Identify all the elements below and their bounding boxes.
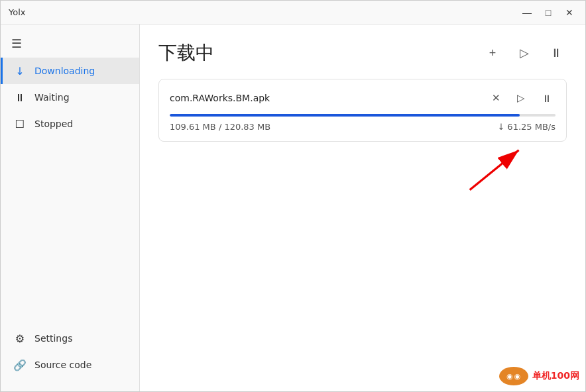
stopped-icon: ☐ <box>13 117 27 130</box>
sidebar-item-stopped[interactable]: ☐ Stopped <box>1 111 139 137</box>
waiting-icon: ⏸ <box>13 91 27 104</box>
main-content: 下载中 + ▷ ⏸ com.RAWorks.BM.apk ✕ ▷ ⏸ 109 <box>140 24 585 391</box>
watermark-site: 单机100网 <box>532 370 579 382</box>
close-button[interactable]: ✕ <box>561 5 577 21</box>
watermark-icon-left: ◉ <box>506 372 513 381</box>
sidebar: ☰ ↓ Downloading ⏸ Waiting ☐ Stopped ⚙ Se… <box>1 24 140 391</box>
download-item-actions: ✕ ▷ ⏸ <box>487 89 556 107</box>
sidebar-bottom: ⚙ Settings 🔗 Source code <box>1 325 139 386</box>
resume-download-button[interactable]: ▷ <box>512 89 530 107</box>
sidebar-item-settings[interactable]: ⚙ Settings <box>1 325 139 352</box>
source-code-icon: 🔗 <box>13 358 27 371</box>
page-title: 下载中 <box>158 40 214 66</box>
download-filename: com.RAWorks.BM.apk <box>170 93 270 103</box>
watermark-icon-right: ◉ <box>514 372 521 381</box>
sidebar-item-settings-label: Settings <box>34 333 72 344</box>
app-body: ☰ ↓ Downloading ⏸ Waiting ☐ Stopped ⚙ Se… <box>1 24 585 391</box>
sidebar-item-downloading-label: Downloading <box>34 66 95 76</box>
download-icon: ↓ <box>13 64 27 77</box>
download-item-header: com.RAWorks.BM.apk ✕ ▷ ⏸ <box>170 89 556 107</box>
watermark: ◉ ◉ 单机100网 <box>499 367 579 385</box>
progress-bar-fill <box>170 114 520 117</box>
sidebar-item-source-code[interactable]: 🔗 Source code <box>1 352 139 378</box>
speed-value: 61.25 MB/s <box>507 122 556 132</box>
minimize-button[interactable]: — <box>519 5 535 21</box>
title-bar: Yolx — □ ✕ <box>1 1 585 24</box>
progress-bar-track <box>170 114 556 117</box>
window-controls: — □ ✕ <box>519 5 577 21</box>
sidebar-item-stopped-label: Stopped <box>34 119 73 129</box>
pause-download-button[interactable]: ⏸ <box>537 89 556 107</box>
red-arrow-annotation <box>170 128 556 215</box>
sidebar-item-waiting-label: Waiting <box>34 92 70 103</box>
hamburger-icon: ☰ <box>11 36 22 51</box>
page-header: 下载中 + ▷ ⏸ <box>158 40 567 66</box>
sidebar-item-downloading[interactable]: ↓ Downloading <box>1 58 139 84</box>
sidebar-item-source-code-label: Source code <box>34 360 91 370</box>
maximize-button[interactable]: □ <box>540 5 556 21</box>
menu-toggle-button[interactable]: ☰ <box>1 30 139 58</box>
add-button[interactable]: + <box>482 42 503 64</box>
svg-line-1 <box>470 150 519 190</box>
sidebar-item-waiting[interactable]: ⏸ Waiting <box>1 84 139 111</box>
settings-icon: ⚙ <box>13 332 27 345</box>
sidebar-nav: ↓ Downloading ⏸ Waiting ☐ Stopped <box>1 58 139 325</box>
play-all-button[interactable]: ▷ <box>514 42 535 64</box>
download-item: com.RAWorks.BM.apk ✕ ▷ ⏸ 109.61 MB / 120… <box>158 79 567 142</box>
header-actions: + ▷ ⏸ <box>482 42 567 64</box>
download-speed: ↓ 61.25 MB/s <box>497 122 556 132</box>
app-title: Yolx <box>9 7 25 17</box>
pause-all-button[interactable]: ⏸ <box>546 42 567 64</box>
download-size-progress: 109.61 MB / 120.83 MB <box>170 122 270 132</box>
download-stats: 109.61 MB / 120.83 MB ↓ 61.25 MB/s <box>170 122 556 132</box>
watermark-logo: ◉ ◉ <box>499 367 528 385</box>
speed-icon: ↓ <box>497 122 504 132</box>
cancel-download-button[interactable]: ✕ <box>487 89 505 107</box>
